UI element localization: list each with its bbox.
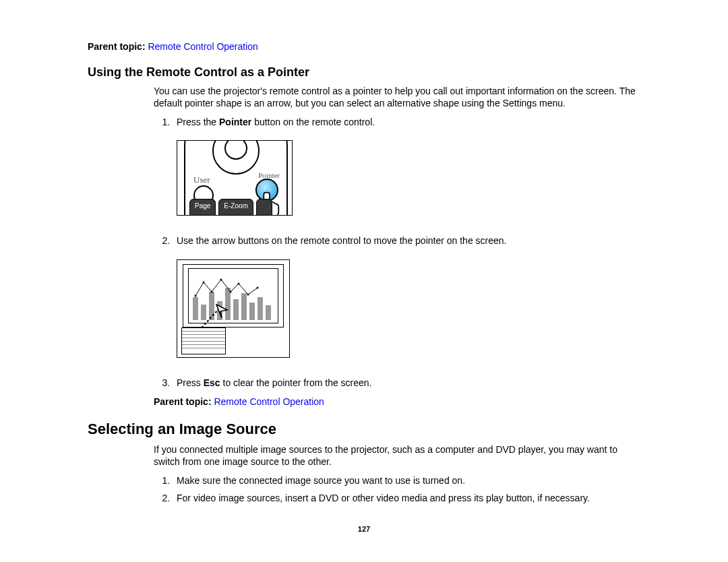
parent-topic-link-top[interactable]: Remote Control Operation <box>148 41 257 52</box>
svg-point-3 <box>220 278 222 280</box>
section2-steps: Make sure the connected image source you… <box>154 474 640 504</box>
step1-bold: Pointer <box>219 117 251 127</box>
remote-control-figure: User Pointer Page E-Zoom <box>177 140 293 216</box>
step1-text-b: button on the remote control. <box>251 117 375 127</box>
section1-step2: Use the arrow buttons on the remote cont… <box>173 235 640 247</box>
pointer-button-graphic <box>255 179 278 201</box>
svg-point-6 <box>247 293 249 295</box>
spreadsheet-overlay <box>181 327 226 354</box>
section2-step2: For video image sources, insert a DVD or… <box>173 492 640 504</box>
parent-topic-label-mid: Parent topic: <box>154 396 212 407</box>
svg-point-0 <box>195 294 197 296</box>
parent-topic-link-mid[interactable]: Remote Control Operation <box>214 396 324 407</box>
remote-pill-blank <box>256 199 272 216</box>
step3-text-a: Press <box>177 377 204 388</box>
section2-heading: Selecting an Image Source <box>88 420 640 439</box>
section1-steps-cont: Use the arrow buttons on the remote cont… <box>154 235 640 247</box>
svg-point-4 <box>230 290 232 292</box>
parent-topic-top: Parent topic: Remote Control Operation <box>88 40 640 53</box>
section1-steps-end: Press Esc to clear the pointer from the … <box>154 377 640 389</box>
step1-text-a: Press the <box>177 117 219 127</box>
section1-step1: Press the Pointer button on the remote c… <box>173 116 640 128</box>
screen-pointer-figure <box>177 259 290 358</box>
remote-pill-page: Page <box>189 199 216 216</box>
parent-topic-mid: Parent topic: Remote Control Operation <box>154 396 640 408</box>
svg-point-2 <box>211 290 213 292</box>
svg-point-1 <box>203 281 205 283</box>
section1-heading: Using the Remote Control as a Pointer <box>88 65 640 80</box>
section1-steps: Press the Pointer button on the remote c… <box>154 116 640 128</box>
step3-text-b: to clear the pointer from the screen. <box>220 377 372 388</box>
remote-label-user: User <box>193 175 210 186</box>
page-number: 127 <box>88 524 640 534</box>
section1-intro: You can use the projector's remote contr… <box>154 85 640 109</box>
svg-point-5 <box>238 282 240 284</box>
section2-intro: If you connected multiple image sources … <box>154 443 640 468</box>
step3-bold: Esc <box>204 377 220 388</box>
section2-step1: Make sure the connected image source you… <box>173 474 640 487</box>
svg-point-7 <box>257 286 259 288</box>
parent-topic-label: Parent topic: <box>88 41 146 52</box>
section1-step3: Press Esc to clear the pointer from the … <box>173 377 640 389</box>
remote-pill-ezoom: E-Zoom <box>218 199 253 216</box>
